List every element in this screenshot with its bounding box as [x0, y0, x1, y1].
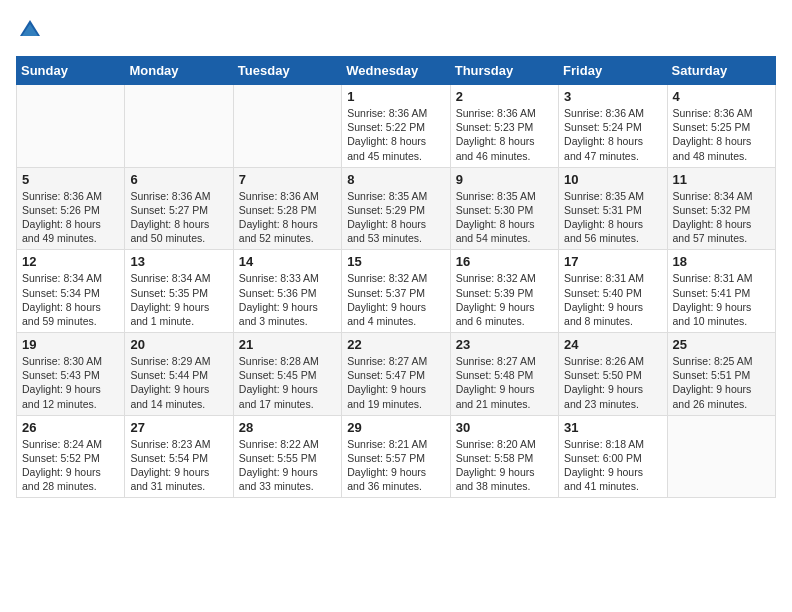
cell-details: Sunrise: 8:36 AM Sunset: 5:24 PM Dayligh… — [564, 106, 661, 163]
calendar-cell: 1Sunrise: 8:36 AM Sunset: 5:22 PM Daylig… — [342, 85, 450, 168]
calendar-cell: 5Sunrise: 8:36 AM Sunset: 5:26 PM Daylig… — [17, 167, 125, 250]
cell-details: Sunrise: 8:34 AM Sunset: 5:32 PM Dayligh… — [673, 189, 770, 246]
day-number: 17 — [564, 254, 661, 269]
calendar-header: SundayMondayTuesdayWednesdayThursdayFrid… — [17, 57, 776, 85]
day-number: 1 — [347, 89, 444, 104]
cell-details: Sunrise: 8:36 AM Sunset: 5:22 PM Dayligh… — [347, 106, 444, 163]
calendar-week-4: 19Sunrise: 8:30 AM Sunset: 5:43 PM Dayli… — [17, 333, 776, 416]
day-number: 8 — [347, 172, 444, 187]
day-number: 27 — [130, 420, 227, 435]
calendar-week-5: 26Sunrise: 8:24 AM Sunset: 5:52 PM Dayli… — [17, 415, 776, 498]
calendar-cell: 26Sunrise: 8:24 AM Sunset: 5:52 PM Dayli… — [17, 415, 125, 498]
day-number: 15 — [347, 254, 444, 269]
day-number: 19 — [22, 337, 119, 352]
calendar-cell: 19Sunrise: 8:30 AM Sunset: 5:43 PM Dayli… — [17, 333, 125, 416]
cell-details: Sunrise: 8:24 AM Sunset: 5:52 PM Dayligh… — [22, 437, 119, 494]
calendar-cell: 16Sunrise: 8:32 AM Sunset: 5:39 PM Dayli… — [450, 250, 558, 333]
calendar-body: 1Sunrise: 8:36 AM Sunset: 5:22 PM Daylig… — [17, 85, 776, 498]
day-number: 20 — [130, 337, 227, 352]
calendar-cell: 14Sunrise: 8:33 AM Sunset: 5:36 PM Dayli… — [233, 250, 341, 333]
calendar-cell: 27Sunrise: 8:23 AM Sunset: 5:54 PM Dayli… — [125, 415, 233, 498]
header-cell-saturday: Saturday — [667, 57, 775, 85]
day-number: 4 — [673, 89, 770, 104]
calendar-week-2: 5Sunrise: 8:36 AM Sunset: 5:26 PM Daylig… — [17, 167, 776, 250]
page-header — [16, 16, 776, 44]
day-number: 26 — [22, 420, 119, 435]
cell-details: Sunrise: 8:18 AM Sunset: 6:00 PM Dayligh… — [564, 437, 661, 494]
header-cell-thursday: Thursday — [450, 57, 558, 85]
calendar-cell: 11Sunrise: 8:34 AM Sunset: 5:32 PM Dayli… — [667, 167, 775, 250]
day-number: 2 — [456, 89, 553, 104]
calendar-cell: 6Sunrise: 8:36 AM Sunset: 5:27 PM Daylig… — [125, 167, 233, 250]
cell-details: Sunrise: 8:35 AM Sunset: 5:29 PM Dayligh… — [347, 189, 444, 246]
calendar-cell — [233, 85, 341, 168]
cell-details: Sunrise: 8:36 AM Sunset: 5:25 PM Dayligh… — [673, 106, 770, 163]
calendar-cell: 24Sunrise: 8:26 AM Sunset: 5:50 PM Dayli… — [559, 333, 667, 416]
calendar-cell: 20Sunrise: 8:29 AM Sunset: 5:44 PM Dayli… — [125, 333, 233, 416]
cell-details: Sunrise: 8:36 AM Sunset: 5:26 PM Dayligh… — [22, 189, 119, 246]
calendar-cell: 21Sunrise: 8:28 AM Sunset: 5:45 PM Dayli… — [233, 333, 341, 416]
day-number: 21 — [239, 337, 336, 352]
calendar-cell — [125, 85, 233, 168]
day-number: 31 — [564, 420, 661, 435]
cell-details: Sunrise: 8:30 AM Sunset: 5:43 PM Dayligh… — [22, 354, 119, 411]
header-cell-tuesday: Tuesday — [233, 57, 341, 85]
cell-details: Sunrise: 8:34 AM Sunset: 5:35 PM Dayligh… — [130, 271, 227, 328]
calendar-week-3: 12Sunrise: 8:34 AM Sunset: 5:34 PM Dayli… — [17, 250, 776, 333]
cell-details: Sunrise: 8:35 AM Sunset: 5:30 PM Dayligh… — [456, 189, 553, 246]
calendar-week-1: 1Sunrise: 8:36 AM Sunset: 5:22 PM Daylig… — [17, 85, 776, 168]
header-cell-sunday: Sunday — [17, 57, 125, 85]
day-number: 13 — [130, 254, 227, 269]
header-row: SundayMondayTuesdayWednesdayThursdayFrid… — [17, 57, 776, 85]
cell-details: Sunrise: 8:23 AM Sunset: 5:54 PM Dayligh… — [130, 437, 227, 494]
day-number: 18 — [673, 254, 770, 269]
day-number: 22 — [347, 337, 444, 352]
calendar-cell: 22Sunrise: 8:27 AM Sunset: 5:47 PM Dayli… — [342, 333, 450, 416]
day-number: 9 — [456, 172, 553, 187]
cell-details: Sunrise: 8:32 AM Sunset: 5:37 PM Dayligh… — [347, 271, 444, 328]
day-number: 24 — [564, 337, 661, 352]
cell-details: Sunrise: 8:27 AM Sunset: 5:48 PM Dayligh… — [456, 354, 553, 411]
calendar-cell: 4Sunrise: 8:36 AM Sunset: 5:25 PM Daylig… — [667, 85, 775, 168]
day-number: 30 — [456, 420, 553, 435]
calendar-cell: 31Sunrise: 8:18 AM Sunset: 6:00 PM Dayli… — [559, 415, 667, 498]
cell-details: Sunrise: 8:27 AM Sunset: 5:47 PM Dayligh… — [347, 354, 444, 411]
day-number: 7 — [239, 172, 336, 187]
day-number: 5 — [22, 172, 119, 187]
cell-details: Sunrise: 8:34 AM Sunset: 5:34 PM Dayligh… — [22, 271, 119, 328]
cell-details: Sunrise: 8:36 AM Sunset: 5:27 PM Dayligh… — [130, 189, 227, 246]
cell-details: Sunrise: 8:26 AM Sunset: 5:50 PM Dayligh… — [564, 354, 661, 411]
cell-details: Sunrise: 8:33 AM Sunset: 5:36 PM Dayligh… — [239, 271, 336, 328]
calendar-cell: 2Sunrise: 8:36 AM Sunset: 5:23 PM Daylig… — [450, 85, 558, 168]
calendar-cell: 23Sunrise: 8:27 AM Sunset: 5:48 PM Dayli… — [450, 333, 558, 416]
calendar-cell: 25Sunrise: 8:25 AM Sunset: 5:51 PM Dayli… — [667, 333, 775, 416]
cell-details: Sunrise: 8:35 AM Sunset: 5:31 PM Dayligh… — [564, 189, 661, 246]
calendar-cell: 10Sunrise: 8:35 AM Sunset: 5:31 PM Dayli… — [559, 167, 667, 250]
day-number: 14 — [239, 254, 336, 269]
calendar-cell: 12Sunrise: 8:34 AM Sunset: 5:34 PM Dayli… — [17, 250, 125, 333]
day-number: 23 — [456, 337, 553, 352]
calendar-cell: 28Sunrise: 8:22 AM Sunset: 5:55 PM Dayli… — [233, 415, 341, 498]
cell-details: Sunrise: 8:22 AM Sunset: 5:55 PM Dayligh… — [239, 437, 336, 494]
calendar-cell: 3Sunrise: 8:36 AM Sunset: 5:24 PM Daylig… — [559, 85, 667, 168]
day-number: 12 — [22, 254, 119, 269]
calendar-cell — [17, 85, 125, 168]
calendar-cell: 15Sunrise: 8:32 AM Sunset: 5:37 PM Dayli… — [342, 250, 450, 333]
cell-details: Sunrise: 8:31 AM Sunset: 5:40 PM Dayligh… — [564, 271, 661, 328]
day-number: 25 — [673, 337, 770, 352]
day-number: 6 — [130, 172, 227, 187]
day-number: 29 — [347, 420, 444, 435]
day-number: 10 — [564, 172, 661, 187]
calendar-table: SundayMondayTuesdayWednesdayThursdayFrid… — [16, 56, 776, 498]
calendar-cell: 29Sunrise: 8:21 AM Sunset: 5:57 PM Dayli… — [342, 415, 450, 498]
cell-details: Sunrise: 8:20 AM Sunset: 5:58 PM Dayligh… — [456, 437, 553, 494]
cell-details: Sunrise: 8:29 AM Sunset: 5:44 PM Dayligh… — [130, 354, 227, 411]
cell-details: Sunrise: 8:25 AM Sunset: 5:51 PM Dayligh… — [673, 354, 770, 411]
cell-details: Sunrise: 8:31 AM Sunset: 5:41 PM Dayligh… — [673, 271, 770, 328]
cell-details: Sunrise: 8:32 AM Sunset: 5:39 PM Dayligh… — [456, 271, 553, 328]
calendar-cell: 17Sunrise: 8:31 AM Sunset: 5:40 PM Dayli… — [559, 250, 667, 333]
header-cell-friday: Friday — [559, 57, 667, 85]
calendar-cell: 30Sunrise: 8:20 AM Sunset: 5:58 PM Dayli… — [450, 415, 558, 498]
cell-details: Sunrise: 8:36 AM Sunset: 5:23 PM Dayligh… — [456, 106, 553, 163]
header-cell-wednesday: Wednesday — [342, 57, 450, 85]
